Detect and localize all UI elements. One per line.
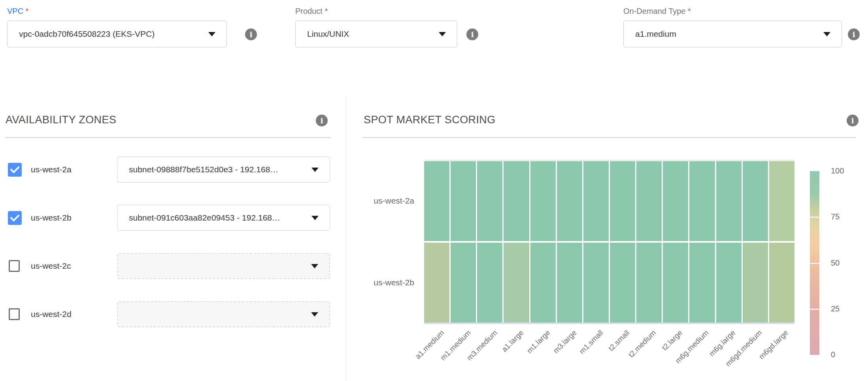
vpc-field-group: VPC * vpc-0adcb70f645508223 (EKS-VPC) — [7, 6, 227, 47]
heatmap-cell-us-west-2b-t2.small — [610, 243, 635, 323]
vpc-label: VPC * — [7, 6, 227, 16]
colorbar-tick-label-75: 75 — [831, 212, 840, 221]
heatmap-cell-us-west-2b-t2.medium — [636, 243, 662, 323]
heatmap-cell-us-west-2a-m6gd.large — [769, 161, 794, 241]
on-demand-type-info-icon[interactable]: i — [848, 28, 860, 40]
subnet-select-value: subnet-091c603aa82e09453 - 192.168… — [129, 213, 280, 223]
heatmap-cell-us-west-2a-m1.medium — [451, 161, 476, 241]
vpc-info-icon[interactable]: i — [245, 28, 257, 40]
zone-label: us-west-2d — [31, 309, 72, 319]
heatmap-cell-us-west-2b-t2.large — [663, 243, 688, 323]
heatmap-col-label-m1.small: m1.small — [577, 328, 605, 356]
heatmap-cell-us-west-2a-m6g.medium — [689, 161, 715, 241]
heatmap-cell-us-west-2b-m1.large — [530, 243, 556, 323]
heatmap-cell-us-west-2b-m6g.large — [716, 243, 742, 323]
heatmap-cell-us-west-2b-m3.medium — [477, 243, 502, 323]
heatmap-cell-us-west-2a-m6g.large — [716, 161, 742, 241]
heatmap-cell-us-west-2a-a1.medium — [424, 161, 449, 241]
subnet-select-wrap — [117, 253, 330, 279]
availability-zones-title: AVAILABILITY ZONES — [6, 114, 116, 126]
zone-label: us-west-2b — [31, 213, 72, 223]
heatmap-cell-us-west-2a-m1.small — [583, 161, 609, 241]
heatmap-cell-us-west-2b-m1.small — [583, 243, 609, 323]
az-row-us-west-2a: us-west-2asubnet-09888f7be5152d0e3 - 192… — [0, 157, 340, 183]
colorbar-tick-label-25: 25 — [831, 304, 840, 313]
checkbox-us-west-2d-unchecked[interactable] — [9, 308, 20, 320]
az-row-us-west-2b: us-west-2bsubnet-091c603aa82e09453 - 192… — [0, 205, 340, 232]
product-select[interactable]: Linux/UNIX — [295, 21, 457, 47]
heatmap-col-label-m1.large: m1.large — [525, 328, 552, 355]
chevron-down-icon — [311, 216, 319, 220]
heatmap-cell-us-west-2a-t2.large — [663, 161, 688, 241]
az-row-us-west-2d: us-west-2d — [0, 301, 340, 328]
heatmap-col-label-a1.large: a1.large — [500, 328, 525, 354]
checkbox-us-west-2a-checked[interactable] — [8, 163, 22, 177]
vpc-select-value: vpc-0adcb70f645508223 (EKS-VPC) — [19, 29, 155, 39]
spot-scoring-heatmap — [424, 160, 794, 324]
on-demand-type-label: On-Demand Type * — [623, 6, 842, 16]
vpc-select[interactable]: vpc-0adcb70f645508223 (EKS-VPC) — [7, 21, 227, 47]
heatmap-cell-us-west-2a-m3.large — [557, 161, 582, 241]
availability-zones-divider — [6, 137, 331, 138]
heatmap-bottom-border — [424, 323, 794, 324]
heatmap-col-label-t2.large: t2.large — [660, 328, 684, 352]
heatmap-col-label-m3.large: m3.large — [551, 328, 578, 355]
heatmap-cell-us-west-2a-m1.large — [530, 161, 556, 241]
chevron-down-icon — [311, 264, 318, 268]
heatmap-cell-us-west-2a-t2.medium — [636, 161, 662, 241]
heatmap-cell-us-west-2a-a1.large — [504, 161, 529, 241]
zone-label: us-west-2c — [31, 261, 71, 271]
vpc-required-asterisk: * — [26, 7, 29, 15]
subnet-select-us-west-2d[interactable] — [117, 301, 330, 327]
heatmap-cell-us-west-2b-m1.medium — [451, 243, 476, 323]
heatmap-grid — [424, 161, 794, 323]
chevron-down-icon — [208, 32, 215, 36]
heatmap-row-label-us-west-2a: us-west-2a — [340, 196, 414, 206]
colorbar-tick-label-50: 50 — [831, 258, 840, 268]
heatmap-cell-us-west-2b-a1.large — [504, 243, 529, 323]
checkbox-us-west-2c-unchecked[interactable] — [9, 260, 20, 272]
on-demand-type-select[interactable]: a1.medium — [623, 21, 842, 47]
vpc-label-text: VPC — [7, 7, 23, 15]
product-select-value: Linux/UNIX — [307, 29, 349, 39]
product-field-group: Product * Linux/UNIX — [295, 6, 457, 47]
subnet-select-us-west-2c[interactable] — [117, 253, 330, 279]
spot-market-scoring-divider — [362, 137, 856, 138]
heatmap-cell-us-west-2b-m3.large — [557, 243, 582, 323]
spot-market-scoring-info-icon[interactable]: i — [847, 115, 859, 126]
heatmap-row-label-us-west-2b: us-west-2b — [340, 278, 414, 287]
chevron-down-icon — [823, 32, 830, 36]
heatmap-colorbar — [810, 171, 819, 355]
colorbar-tick-label-0: 0 — [831, 350, 835, 359]
heatmap-cell-us-west-2b-a1.medium — [424, 243, 449, 323]
on-demand-type-select-value: a1.medium — [635, 29, 676, 39]
heatmap-cell-us-west-2a-m6gd.medium — [743, 161, 768, 241]
colorbar-tick-label-100: 100 — [831, 166, 844, 175]
checkbox-us-west-2b-checked[interactable] — [8, 211, 22, 225]
az-row-us-west-2c: us-west-2c — [0, 253, 340, 280]
product-info-icon[interactable]: i — [466, 28, 478, 40]
chevron-down-icon — [439, 32, 446, 36]
chevron-down-icon — [311, 168, 319, 172]
subnet-select-wrap: subnet-091c603aa82e09453 - 192.168… — [117, 205, 330, 231]
colorbar-tick-line-75 — [810, 217, 819, 218]
panel-vertical-divider — [346, 96, 346, 381]
zone-label: us-west-2a — [31, 165, 72, 174]
product-label: Product * — [295, 6, 457, 16]
heatmap-cell-us-west-2b-m6gd.medium — [743, 243, 768, 323]
heatmap-col-label-t2.medium: t2.medium — [627, 328, 658, 359]
heatmap-cell-us-west-2a-t2.small — [610, 161, 635, 241]
spot-market-scoring-title: SPOT MARKET SCORING — [364, 114, 496, 126]
colorbar-tick-line-25 — [810, 309, 819, 310]
availability-zones-info-icon[interactable]: i — [316, 115, 328, 126]
subnet-select-wrap — [117, 301, 330, 327]
subnet-select-value: subnet-09888f7be5152d0e3 - 192.168… — [129, 165, 278, 174]
heatmap-cell-us-west-2a-m3.medium — [477, 161, 502, 241]
subnet-select-wrap: subnet-09888f7be5152d0e3 - 192.168… — [117, 157, 330, 183]
heatmap-col-label-t2.small: t2.small — [607, 328, 631, 353]
heatmap-cell-us-west-2b-m6gd.large — [769, 243, 794, 323]
subnet-select-us-west-2a[interactable]: subnet-09888f7be5152d0e3 - 192.168… — [117, 157, 330, 183]
chevron-down-icon — [311, 312, 318, 317]
subnet-select-us-west-2b[interactable]: subnet-091c603aa82e09453 - 192.168… — [117, 205, 330, 231]
on-demand-type-field-group: On-Demand Type * a1.medium — [623, 6, 842, 47]
